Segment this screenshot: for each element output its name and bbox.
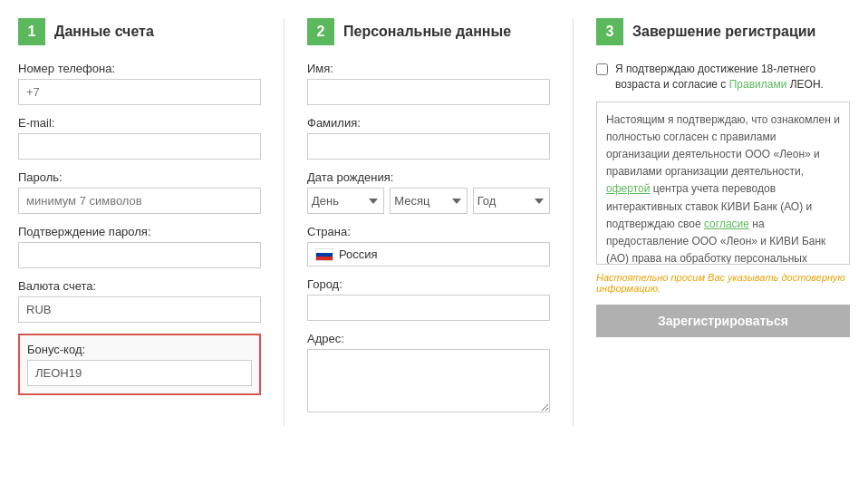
surname-label: Фамилия: [307,116,550,130]
name-label: Имя: [307,62,550,75]
confirm-password-label: Подтверждение пароля: [18,225,261,238]
country-field: Россия [307,242,550,267]
currency-field-group: Валюта счета: [18,279,261,323]
email-field-group: E-mail: [18,116,261,160]
phone-label: Номер телефона: [18,62,261,75]
step3-column: 3 Завершение регистрации Я подтверждаю д… [596,18,850,426]
address-label: Адрес: [307,332,550,345]
age-confirm-text: Я подтверждаю достижение 18-летнего возр… [615,62,850,92]
email-input[interactable] [18,133,261,160]
step2-header: 2 Персональные данные [307,18,550,45]
bonus-input[interactable] [27,360,252,386]
dob-field-group: Дата рождения: День Месяц Год [307,170,550,214]
surname-field-group: Фамилия: [307,116,550,160]
dob-day-select[interactable]: День [307,188,384,214]
country-value: Россия [339,247,378,261]
city-input[interactable] [307,295,550,321]
notice-text: Настоятельно просим Вас указывать достов… [596,272,850,294]
terms-box[interactable]: Настоящим я подтверждаю, что ознакомлен … [596,102,850,265]
dob-year-select[interactable]: Год [473,188,550,214]
divider-2 [573,18,574,426]
name-input[interactable] [307,79,550,105]
name-field-group: Имя: [307,62,550,105]
russia-flag-icon [315,248,333,261]
confirm-password-input[interactable] [18,242,261,268]
step3-number: 3 [596,18,623,45]
surname-input[interactable] [307,133,550,160]
step2-title: Персональные данные [343,24,511,40]
step1-column: 1 Данные счета Номер телефона: E-mail: П… [18,18,261,426]
step1-title: Данные счета [54,24,154,40]
city-label: Город: [307,277,550,291]
address-field-group: Адрес: [307,332,550,415]
age-confirm-row: Я подтверждаю достижение 18-летнего возр… [596,62,850,92]
bonus-label: Бонус-код: [27,343,252,356]
password-label: Пароль: [18,170,261,184]
step1-number: 1 [18,18,45,45]
confirm-section: Я подтверждаю достижение 18-летнего возр… [596,62,850,337]
step3-header: 3 Завершение регистрации [596,18,850,45]
city-field-group: Город: [307,277,550,321]
step1-header: 1 Данные счета [18,18,261,45]
step2-number: 2 [307,18,334,45]
address-textarea[interactable] [307,349,550,412]
dob-month-select[interactable]: Месяц [390,188,467,214]
currency-input[interactable] [18,296,261,323]
country-label: Страна: [307,225,550,238]
currency-label: Валюта счета: [18,279,261,293]
password-field-group: Пароль: [18,170,261,214]
age-confirm-checkbox[interactable] [596,63,608,75]
offer-link[interactable]: офертой [606,182,650,195]
phone-field-group: Номер телефона: [18,62,261,105]
rules-link[interactable]: Правилами [729,78,787,91]
bonus-field-wrapper: Бонус-код: [18,334,261,395]
password-input[interactable] [18,188,261,214]
phone-input[interactable] [18,79,261,105]
register-button[interactable]: Зарегистрироваться [596,305,850,337]
country-field-group: Страна: Россия [307,225,550,267]
divider-1 [284,18,285,426]
dob-label: Дата рождения: [307,170,550,184]
step2-column: 2 Персональные данные Имя: Фамилия: Дата… [307,18,550,426]
dob-row: День Месяц Год [307,188,550,214]
step3-title: Завершение регистрации [632,24,815,40]
email-label: E-mail: [18,116,261,130]
agree-link[interactable]: согласие [704,218,749,230]
confirm-password-field-group: Подтверждение пароля: [18,225,261,268]
bonus-arrow-container: ➜ Бонус-код: [18,334,261,395]
